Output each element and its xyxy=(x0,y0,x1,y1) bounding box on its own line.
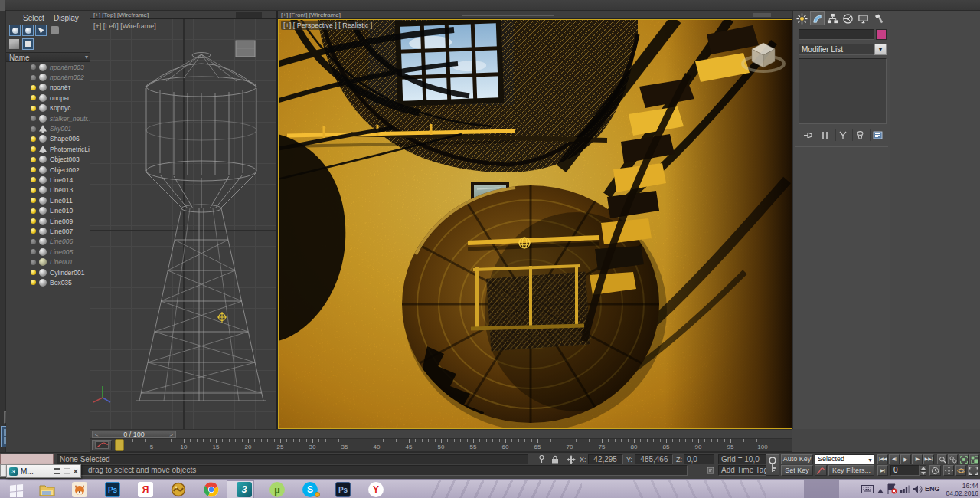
explorer-object-row[interactable]: Line010 xyxy=(6,205,90,215)
object-name[interactable]: Cylinder001 xyxy=(50,269,84,277)
taskbar-chrome[interactable] xyxy=(197,480,226,498)
explorer-object-row[interactable]: Line006 xyxy=(6,237,90,247)
bulb-on-icon[interactable] xyxy=(31,157,36,162)
close-window-icon[interactable]: × xyxy=(74,467,78,475)
configure-modifier-sets-icon[interactable] xyxy=(870,129,885,141)
restore-window-icon[interactable] xyxy=(54,468,60,474)
dropdown-arrow-icon[interactable]: ▼ xyxy=(867,456,873,464)
viewport-front-label[interactable]: [+] [Front] [Wireframe] xyxy=(281,11,341,18)
taskbar-yandex[interactable]: Y xyxy=(361,480,390,498)
explorer-object-row[interactable]: PhotometricLi... xyxy=(6,144,90,154)
default-in-out-tangents-icon[interactable] xyxy=(815,465,827,476)
bulb-on-icon[interactable] xyxy=(31,106,36,111)
bulb-off-icon[interactable] xyxy=(31,64,36,70)
orbit-button[interactable] xyxy=(956,465,966,476)
object-name[interactable]: Box035 xyxy=(50,279,72,287)
maxscript-mini-listener[interactable] xyxy=(0,454,54,464)
next-frame-button[interactable]: |▶ xyxy=(912,454,923,464)
bulb-off-icon[interactable] xyxy=(31,260,36,265)
tab-create[interactable] xyxy=(795,11,809,25)
isolate-selection-icon[interactable] xyxy=(536,454,547,464)
object-name[interactable]: Line014 xyxy=(50,176,73,184)
taskbar-preview-popup[interactable]: 3 M... × xyxy=(6,464,81,478)
zoom-all-button[interactable] xyxy=(948,454,958,464)
auto-key-button[interactable]: Auto Key xyxy=(781,454,813,464)
zoom-extents-button[interactable] xyxy=(959,454,969,464)
timeline-ruler[interactable]: 0510152025303540455055606570758085909510… xyxy=(90,439,792,452)
bulb-on-icon[interactable] xyxy=(31,280,36,285)
bulb-on-icon[interactable] xyxy=(31,136,36,142)
taskbar-photoshop-cc[interactable]: Ps xyxy=(98,480,127,498)
pick-object-icon[interactable] xyxy=(51,26,59,34)
track-bar[interactable]: 0510152025303540455055606570758085909510… xyxy=(90,439,792,452)
volume-icon[interactable] xyxy=(913,485,923,495)
viewport-left[interactable]: [+] [Left] [Wireframe] xyxy=(90,19,276,429)
modifier-stack[interactable] xyxy=(799,58,887,124)
object-name-field[interactable] xyxy=(799,29,874,40)
explorer-object-row[interactable]: Line007 xyxy=(6,226,90,236)
add-time-tag[interactable]: Add Time Tag xyxy=(718,465,769,476)
explorer-object-row[interactable]: stalker_neutr... xyxy=(6,113,90,123)
set-key-button[interactable]: Set Key xyxy=(781,465,813,476)
taskbar-yandex-browser[interactable]: Я xyxy=(131,480,160,498)
display-geometry-icon[interactable] xyxy=(22,25,34,36)
viewport-top-label[interactable]: [+] [Top] [Wireframe] xyxy=(93,11,149,18)
y-coordinate-field[interactable]: -485,466 xyxy=(635,454,673,464)
x-coordinate-field[interactable]: -42,295 xyxy=(588,454,623,464)
explorer-object-row[interactable]: Sky001 xyxy=(6,123,90,133)
explorer-object-row[interactable]: Box035 xyxy=(6,277,90,287)
taskbar-file-explorer[interactable] xyxy=(32,480,61,498)
time-slider-track[interactable]: < 0 / 100 > xyxy=(90,429,792,439)
explorer-object-row[interactable]: Line011 xyxy=(6,195,90,205)
tab-utilities[interactable] xyxy=(871,11,886,25)
slider-prev-icon[interactable]: < xyxy=(95,431,99,438)
taskbar-utorrent[interactable]: µ xyxy=(263,480,292,498)
selection-lock-icon[interactable] xyxy=(550,454,560,464)
tab-hierarchy[interactable] xyxy=(825,11,840,25)
maximize-viewport-button[interactable] xyxy=(968,465,978,476)
z-coordinate-field[interactable]: 0,0 xyxy=(684,454,714,464)
object-name[interactable]: Sky001 xyxy=(50,125,71,133)
viewport-front[interactable]: [+] [Front] [Wireframe] xyxy=(276,11,792,19)
time-configuration-button[interactable] xyxy=(929,465,941,476)
viewport-perspective-label[interactable]: [+] [ Perspective ] [ Realistic ] xyxy=(281,21,374,30)
taskbar-gold-app[interactable] xyxy=(164,480,193,498)
bulb-off-icon[interactable] xyxy=(31,249,36,254)
make-unique-icon[interactable] xyxy=(835,129,851,141)
explorer-object-row[interactable]: Корпус xyxy=(6,103,90,113)
taskbar-3dsmax[interactable]: 3 xyxy=(230,480,259,498)
object-name[interactable]: опоры xyxy=(50,94,69,102)
pan-view-button[interactable] xyxy=(943,465,954,476)
object-name[interactable]: Line013 xyxy=(50,186,73,194)
object-name[interactable]: Object003 xyxy=(50,156,80,163)
bulb-off-icon[interactable] xyxy=(31,116,36,121)
selection-set-dropdown[interactable]: Selected ▼ xyxy=(815,454,874,464)
taskbar-photoshop-cs[interactable]: Ps xyxy=(328,480,358,498)
tab-display[interactable] xyxy=(856,11,871,25)
bulb-on-icon[interactable] xyxy=(31,208,36,214)
object-name[interactable]: Line011 xyxy=(50,197,73,205)
network-icon[interactable] xyxy=(900,485,910,495)
menu-display[interactable]: Display xyxy=(54,14,79,22)
explorer-object-row[interactable]: Line009 xyxy=(6,216,90,226)
bulb-off-icon[interactable] xyxy=(31,239,36,244)
display-lights-icon[interactable] xyxy=(35,25,47,36)
bulb-on-icon[interactable] xyxy=(31,270,36,275)
bulb-on-icon[interactable] xyxy=(31,218,36,224)
object-name[interactable]: Line010 xyxy=(50,207,73,215)
bulb-off-icon[interactable] xyxy=(31,126,36,132)
bulb-on-icon[interactable] xyxy=(31,228,36,234)
show-hidden-icons[interactable] xyxy=(877,486,884,493)
bulb-on-icon[interactable] xyxy=(31,177,36,182)
bulb-on-icon[interactable] xyxy=(31,198,36,203)
display-none-icon[interactable] xyxy=(9,25,21,36)
tray-clock[interactable]: 16:44 04.02.2016 xyxy=(945,482,978,497)
object-name[interactable]: Line007 xyxy=(50,228,73,235)
modifier-list-arrow-button[interactable]: ▼ xyxy=(874,44,887,55)
taskbar-skype[interactable]: S xyxy=(296,480,325,498)
viewport-top[interactable]: [+] [Top] [Wireframe] xyxy=(90,11,276,19)
show-end-result-icon[interactable] xyxy=(818,129,833,141)
taskbar-firefox[interactable] xyxy=(65,480,94,498)
tab-motion[interactable] xyxy=(841,11,855,25)
bulb-on-icon[interactable] xyxy=(31,188,36,193)
